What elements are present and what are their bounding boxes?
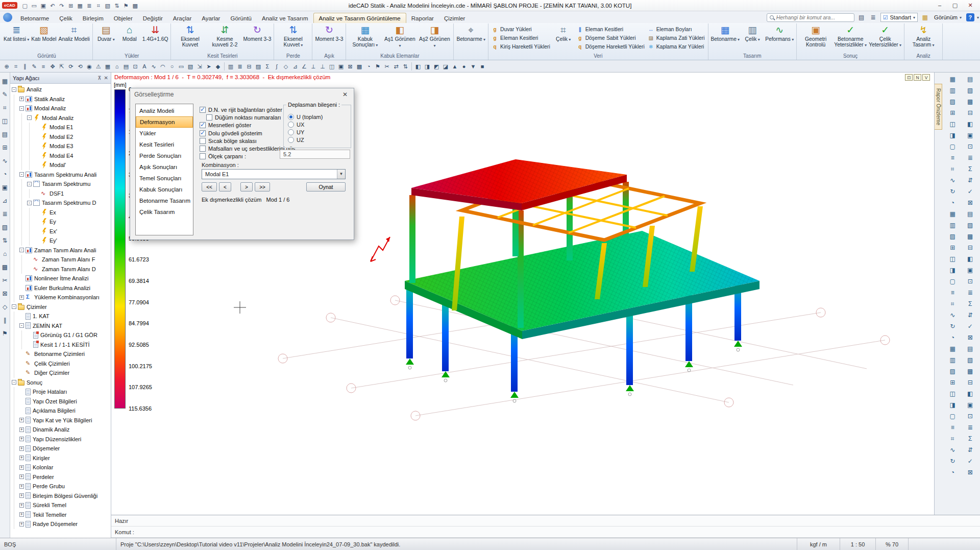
ribbon-button-peformans[interactable]: ∿Peformans ▾ [764, 23, 795, 53]
tab-g-r-nt[interactable]: Görüntü [225, 13, 257, 23]
right-tool-icon-67[interactable]: ∿ [944, 444, 962, 456]
tree-item-yap-kat-ve-y-k-bilgileri[interactable]: +Yapı Kat ve Yük Bilgileri [10, 416, 111, 425]
toolbar-icon-29[interactable]: ▨ [254, 62, 263, 71]
dialog-list-item-kabuk-sonu-lar[interactable]: Kabuk Sonuçları [136, 184, 193, 195]
expand-toggle-icon[interactable]: - [19, 248, 24, 252]
tree-item-modal-e3[interactable]: Modal E3 [10, 141, 111, 151]
left-tool-icon-15[interactable]: ▩ [1, 260, 10, 274]
tab-ara-lar[interactable]: Araçlar [168, 13, 197, 23]
ribbon-button-kat-listesi[interactable]: ≣Kat listesi ▾ [3, 23, 30, 53]
tree-item-zemi-n-kat[interactable]: -ZEMİN KAT [10, 321, 111, 331]
toolbar-icon-21[interactable]: ▧ [186, 62, 195, 71]
right-tool-icon-12[interactable]: ▣ [962, 130, 979, 141]
tree-item-analiz[interactable]: -Analiz [10, 85, 111, 94]
expand-toggle-icon[interactable]: - [27, 201, 32, 205]
expand-toggle-icon[interactable]: - [19, 172, 24, 177]
play-button[interactable]: Oynat [306, 182, 346, 192]
expand-toggle-icon[interactable]: + [19, 418, 24, 422]
toolbar-icon-37[interactable]: ◫ [327, 62, 336, 71]
dialog-list-item-perde-sonu-lar[interactable]: Perde Sonuçları [136, 150, 193, 161]
right-tool-icon-15[interactable]: ≡ [944, 152, 962, 163]
expand-toggle-icon[interactable]: + [19, 465, 24, 470]
tab-analiz-ve-tasar-m-g-r-nt-leme[interactable]: Analiz ve Tasarım Görüntüleme [313, 13, 406, 23]
right-tool-icon-11[interactable]: ◨ [944, 130, 962, 141]
left-tool-icon-9[interactable]: ▣ [1, 181, 10, 194]
toolbar-icon-24[interactable]: ◆ [213, 62, 223, 71]
tree-item-euler-burkulma-analizi[interactable]: Euler Burkulma Analizi [10, 283, 111, 293]
dialog-list-item-temel-sonu-lar[interactable]: Temel Sonuçları [136, 173, 193, 184]
toolbar-icon-40[interactable]: ▩ [355, 62, 364, 71]
tree-item-perdeler[interactable]: +Perdeler [10, 472, 111, 482]
expand-toggle-icon[interactable]: - [12, 304, 16, 309]
right-tool-icon-21[interactable]: ↻ [944, 186, 962, 197]
tree-item-nonlineer-i-tme-analizi[interactable]: Nonlineer İtme Analizi [10, 274, 111, 283]
right-tool-icon-52[interactable]: ▧ [962, 354, 979, 366]
standart-dropdown[interactable]: ☑ Standart ▾ [880, 13, 918, 22]
maximize-button[interactable]: ▢ [947, 1, 963, 10]
checkbox-mafsallar-ve-u-serbestliklerini-g-s[interactable]: Mafsalları ve uç serbestliklerini gös [200, 145, 282, 152]
toolbar-icon-6[interactable]: ✥ [48, 62, 57, 71]
ribbon-button-elik[interactable]: ⌗Çelik ▾ [552, 23, 575, 53]
toolbar-icon-28[interactable]: ⊟ [244, 62, 254, 71]
toolbar-icon-53[interactable]: ▼ [469, 62, 478, 71]
toolbar-icon-4[interactable]: ✎ [30, 62, 39, 71]
tree-item-elik-izimleri[interactable]: Çelik Çizimleri [10, 359, 111, 369]
right-tool-icon-28[interactable]: ▧ [962, 220, 979, 231]
tree-item-izimler[interactable]: -Çizimler [10, 302, 111, 312]
tree-item-tekil-temeller[interactable]: +Tekil Temeller [10, 510, 111, 520]
ribbon-button-analiz-modeli[interactable]: ⌗Analiz Modeli [58, 23, 91, 53]
expand-toggle-icon[interactable]: + [19, 97, 24, 101]
right-tool-icon-13[interactable]: ▢ [944, 141, 962, 152]
expand-toggle-icon[interactable]: + [19, 512, 24, 517]
toolbar-icon-23[interactable]: ➤ [204, 62, 213, 71]
expand-toggle-icon[interactable]: - [27, 115, 32, 120]
left-tool-icon-7[interactable]: ∿ [1, 154, 10, 168]
toolbar-icon-52[interactable]: ● [459, 62, 469, 71]
right-tool-icon-50[interactable]: ▤ [962, 343, 979, 354]
grid-icon[interactable]: ▦ [920, 14, 929, 21]
command-search-box[interactable] [767, 13, 854, 22]
mode-nav-button-1[interactable]: << [202, 182, 217, 192]
tree-item-zaman-tan-m-alan-f[interactable]: Zaman Tanım Alanı F [10, 255, 111, 265]
toolbar-icon-33[interactable]: ⊿ [290, 62, 300, 71]
tree-item-modal-analiz[interactable]: -Modal Analiz [10, 104, 111, 113]
right-tool-icon-32[interactable]: ⊟ [962, 242, 979, 253]
ribbon-item-kaplama-kar-y-kleri[interactable]: ❄Kaplama Kar Yükleri [648, 43, 705, 51]
right-tool-icon-59[interactable]: ◨ [944, 399, 962, 411]
left-tool-icon-2[interactable]: ✎ [1, 88, 10, 101]
ribbon-button-eksenel-kuvvet[interactable]: ⇅Eksenel Kuvvet [173, 23, 207, 53]
tree-item-di-er-izimler[interactable]: Diğer Çizimler [10, 368, 111, 378]
quickbar-icon-3[interactable]: ▣ [39, 2, 48, 10]
ribbon-item-d-eme-hareketli-y-kleri[interactable]: qDöşeme Hareketli Yükleri [577, 43, 645, 51]
ribbon-item-eleman-kesitleri[interactable]: ∥Eleman Kesitleri [577, 26, 645, 34]
toolbar-icon-5[interactable]: ≡ [39, 62, 48, 71]
checkbox-l-ek-arpan[interactable]: Ölçek çarpanı : [200, 153, 282, 160]
toolbar-icon-22[interactable]: ⇲ [195, 62, 204, 71]
pin-icon[interactable]: ⊼ [97, 75, 101, 81]
toolbar-icon-41[interactable]: ◔ [364, 62, 373, 71]
right-tool-icon-34[interactable]: ◧ [962, 253, 979, 265]
tree-item-dsf1[interactable]: DSF1 [10, 189, 111, 199]
tree-item-tasar-m-spektrumu[interactable]: -Tasarım Spektrumu [10, 179, 111, 189]
left-tool-icon-8[interactable]: ◔ [1, 168, 10, 181]
left-tool-icon-18[interactable]: ◇ [1, 300, 10, 314]
close-button[interactable]: ✕ [963, 1, 978, 10]
mode-nav-button-2[interactable]: < [219, 182, 231, 192]
radio-u-toplam[interactable]: U (toplam) [288, 113, 350, 121]
toolbar-icon-15[interactable]: ⊡ [131, 62, 140, 71]
tree-item-yap-zet-bilgileri[interactable]: Yapı Özet Bilgileri [10, 397, 111, 406]
combination-dropdown[interactable]: Modal E1 ▼ [202, 169, 346, 179]
dialog-list-item-y-kler[interactable]: Yükler [136, 128, 193, 139]
left-tool-icon-11[interactable]: ≣ [1, 207, 10, 221]
tab-betonarme[interactable]: Betonarme [15, 13, 54, 23]
right-tool-icon-60[interactable]: ▣ [962, 399, 979, 411]
right-tool-icon-18[interactable]: Σ [962, 163, 979, 175]
dialog-list-item-kesit-tesirleri[interactable]: Kesit Tesirleri [136, 139, 193, 150]
ribbon-button-a-1-g-r-nen[interactable]: ◧Aş1 Görünen ▾ [382, 23, 417, 53]
toolbar-icon-8[interactable]: ⟳ [66, 62, 76, 71]
toolbar-icon-51[interactable]: ▲ [450, 62, 459, 71]
right-tool-icon-1[interactable]: ▦ [944, 74, 962, 85]
toolbar-icon-45[interactable]: ⇅ [401, 62, 410, 71]
right-tool-icon-38[interactable]: ⊡ [962, 276, 979, 287]
right-tool-icon-45[interactable]: ↻ [944, 321, 962, 332]
